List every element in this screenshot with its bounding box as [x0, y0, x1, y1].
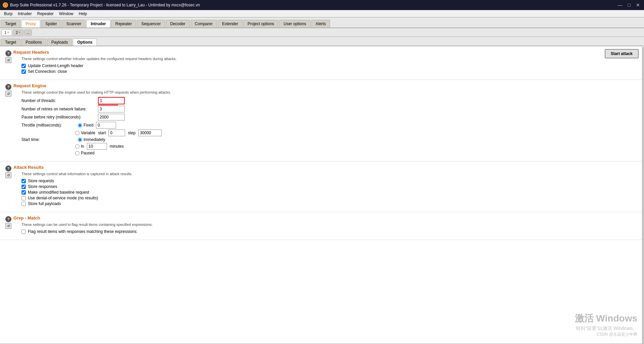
retries-label: Number of retries on network failure: — [21, 107, 95, 111]
start-time-in-radio[interactable] — [75, 144, 79, 149]
close-button[interactable]: ✕ — [635, 2, 641, 8]
main-tab-extender[interactable]: Extender — [218, 20, 243, 28]
app-title: Burp Suite Professional v1.7.26 - Tempor… — [10, 3, 200, 7]
menubar-item-help[interactable]: Help — [76, 11, 90, 17]
pause-retry-label: Pause before retry (milliseconds): — [21, 115, 95, 119]
throttle-start-value[interactable] — [108, 130, 125, 136]
attack-results-desc: These settings control what information … — [21, 172, 639, 176]
main-tab-proxy[interactable]: Proxy — [21, 20, 40, 28]
request-engine-desc: These settings control the engine used f… — [21, 90, 639, 94]
request-engine-section: ? ↺ Request Engine These settings contro… — [0, 80, 644, 161]
menubar-item-intruder[interactable]: Intruder — [15, 11, 34, 17]
store-requests-label: Store requests — [28, 179, 54, 183]
start-time-paused-radio[interactable] — [75, 151, 79, 155]
throttle-step-label: step — [128, 131, 136, 135]
intruder-tab-2[interactable]: 2 × — [13, 30, 23, 36]
set-connection-close-checkbox[interactable] — [21, 69, 26, 74]
main-tab-sequencer[interactable]: Sequencer — [137, 20, 165, 28]
titlebar: B Burp Suite Professional v1.7.26 - Temp… — [0, 0, 644, 10]
throttle-variable-label: Variable — [81, 131, 95, 135]
intruder-tab-2-close[interactable]: × — [18, 31, 20, 34]
request-headers-section: ? ↺ Request Headers These settings contr… — [0, 46, 644, 80]
start-time-label: Start time: — [21, 137, 75, 142]
update-content-length-label: Update Content-Length header — [28, 63, 83, 68]
threads-label: Number of threads: — [21, 98, 95, 103]
main-tab-alerts[interactable]: Alerts — [311, 20, 330, 28]
update-content-length-checkbox[interactable] — [21, 64, 26, 68]
threads-input[interactable] — [98, 97, 125, 104]
attack-results-section: ? ↺ Attack Results These settings contro… — [0, 161, 644, 212]
denial-of-service-label: Use denial-of-service mode (no results) — [28, 196, 98, 200]
start-time-section: Start time: Immediately In minutes — [21, 137, 639, 155]
right-resize-handle — [642, 47, 644, 343]
request-engine-help-icon[interactable]: ? — [5, 84, 11, 90]
request-headers-restore-icon[interactable]: ↺ — [5, 57, 11, 63]
start-time-in-option: In — [75, 144, 84, 149]
throttle-variable-radio[interactable] — [75, 131, 79, 135]
start-time-immediately-option: Immediately — [78, 137, 105, 142]
window-controls: — □ ✕ — [616, 2, 641, 8]
attack-results-title: Attack Results — [13, 165, 44, 170]
main-tab-project-options[interactable]: Project options — [243, 20, 278, 28]
intruder-tab-1[interactable]: 1 × — [1, 30, 12, 36]
throttle-variable-option: Variable — [75, 131, 95, 135]
intruder-tab-1-close[interactable]: × — [7, 31, 9, 34]
main-tab-intruder[interactable]: Intruder — [86, 20, 110, 28]
svg-text:B: B — [4, 4, 6, 6]
app-icon: B — [3, 2, 8, 8]
set-connection-close-label: Set Connection: close — [28, 69, 67, 74]
throttle-fixed-option: Fixed — [78, 123, 93, 128]
main-tab-decoder[interactable]: Decoder — [166, 20, 190, 28]
request-headers-title: Request Headers — [13, 50, 49, 55]
throttle-fixed-label: Fixed — [84, 123, 93, 128]
threads-input-wrapper — [98, 97, 125, 104]
throttle-step-value[interactable] — [138, 130, 162, 136]
start-time-immediately-label: Immediately — [84, 137, 105, 142]
request-engine-title: Request Engine — [13, 83, 46, 88]
grep-match-restore-icon[interactable]: ↺ — [5, 223, 11, 229]
grep-match-desc: These settings can be used to flag resul… — [21, 223, 639, 227]
main-tab-user-options[interactable]: User options — [279, 20, 310, 28]
throttle-fixed-value[interactable] — [96, 122, 116, 129]
menubar-item-repeater[interactable]: Repeater — [35, 11, 56, 17]
store-responses-checkbox[interactable] — [21, 185, 26, 189]
main-tab-scanner[interactable]: Scanner — [62, 20, 86, 28]
grep-match-flag-checkbox[interactable] — [21, 230, 26, 234]
menubar-item-burp[interactable]: Burp — [1, 11, 15, 17]
pause-retry-input[interactable] — [98, 114, 125, 120]
request-headers-help-icon[interactable]: ? — [5, 50, 11, 56]
main-tab-spider[interactable]: Spider — [41, 20, 61, 28]
maximize-button[interactable]: □ — [627, 2, 632, 8]
throttle-start-label: start — [98, 131, 106, 135]
grep-match-title: Grep - Match — [13, 215, 40, 220]
throttle-fixed-radio[interactable] — [78, 123, 82, 128]
denial-of-service-checkbox[interactable] — [21, 196, 26, 200]
sub-tab-target[interactable]: Target — [1, 39, 20, 46]
pause-retry-row: Pause before retry (milliseconds): — [21, 114, 639, 120]
start-time-minutes-value[interactable] — [87, 143, 107, 150]
store-requests-checkbox[interactable] — [21, 179, 26, 183]
start-time-immediately-radio[interactable] — [78, 138, 82, 142]
menubar-item-window[interactable]: Window — [56, 11, 76, 17]
start-time-paused-label: Paused — [81, 151, 95, 155]
request-engine-restore-icon[interactable]: ↺ — [5, 91, 11, 97]
retries-input[interactable] — [98, 106, 125, 112]
main-tab-target[interactable]: Target — [1, 20, 20, 28]
make-baseline-checkbox[interactable] — [21, 190, 26, 195]
throttle-container: Throttle (milliseconds): Fixed Variable … — [21, 122, 639, 136]
start-attack-button[interactable]: Start attack — [605, 49, 639, 58]
intruder-tabs-row: 1 × 2 × ... — [0, 28, 644, 37]
attack-results-restore-icon[interactable]: ↺ — [5, 172, 11, 178]
store-full-payloads-checkbox[interactable] — [21, 202, 26, 206]
attack-results-help-icon[interactable]: ? — [5, 165, 11, 171]
throttle-variable-row: Variable start step — [75, 130, 639, 136]
main-tab-comparer[interactable]: Comparer — [191, 20, 217, 28]
sub-tab-payloads[interactable]: Payloads — [47, 39, 72, 46]
grep-match-help-icon[interactable]: ? — [5, 216, 11, 222]
main-tab-repeater[interactable]: Repeater — [111, 20, 136, 28]
sub-tab-positions[interactable]: Positions — [21, 39, 46, 46]
intruder-tab-more[interactable]: ... — [24, 30, 32, 36]
minimize-button[interactable]: — — [616, 2, 624, 8]
sub-tab-options[interactable]: Options — [73, 39, 97, 46]
threads-row: Number of threads: — [21, 97, 639, 104]
